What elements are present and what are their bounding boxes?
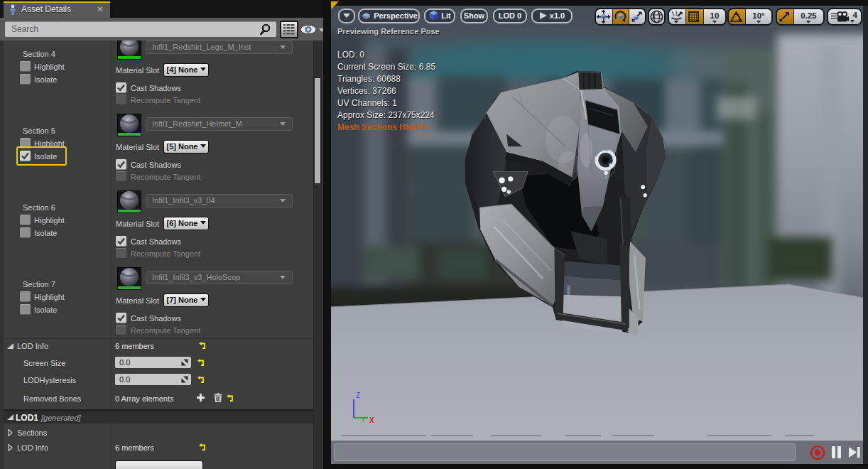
- svg-text:X: X: [369, 416, 374, 424]
- svg-text:Y: Y: [361, 416, 366, 424]
- svg-text:Z: Z: [356, 392, 360, 399]
